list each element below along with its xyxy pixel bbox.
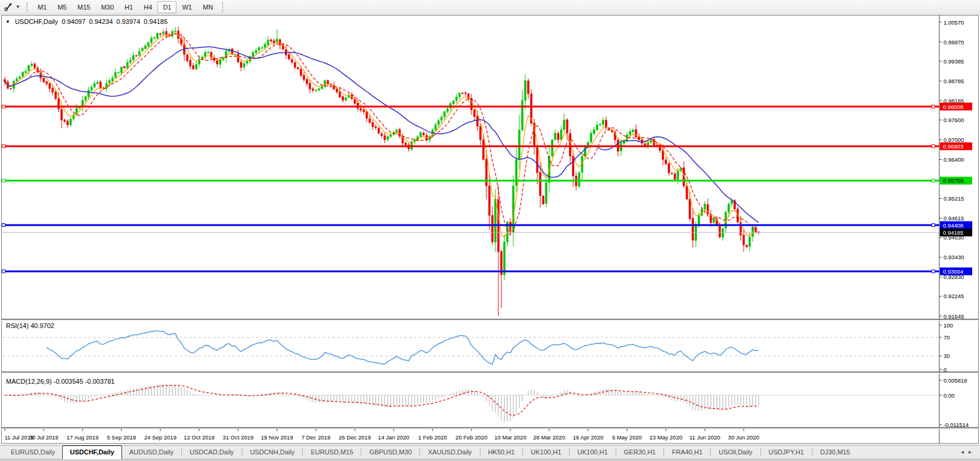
tab-usdjpy-h1[interactable]: USDJPY,H1 [762,446,811,459]
svg-text:0.98785: 0.98785 [944,78,964,84]
chart-symbol-label: USDCHF,Daily [15,18,58,25]
tab-usdcad-daily[interactable]: USDCAD,Daily [182,446,241,459]
tab-separator [480,448,480,456]
svg-text:0.94408: 0.94408 [943,222,963,229]
tab-audusd-daily[interactable]: AUDUSD,Daily [122,446,181,459]
svg-text:70: 70 [944,334,950,341]
svg-text:12 Oct 2019: 12 Oct 2019 [184,434,215,441]
svg-text:30 Jul 2019: 30 Jul 2019 [29,434,58,441]
svg-text:5 Sep 2019: 5 Sep 2019 [107,434,136,441]
chart-title: ▼ USDCHF,Daily 0.94097 0.94234 0.93974 0… [5,18,168,25]
svg-text:30: 30 [944,353,950,359]
svg-text:0.96400: 0.96400 [944,156,964,163]
svg-text:7 Dec 2019: 7 Dec 2019 [302,434,331,441]
svg-text:0.92245: 0.92245 [944,293,964,299]
ohlc-high-value: 0.94234 [89,18,113,25]
tab-gbpusd-m30[interactable]: GBPUSD,M30 [362,446,419,459]
svg-text:-0.011514: -0.011514 [944,421,969,428]
ohlc-open-value: 0.94097 [62,18,86,25]
svg-text:0.93004: 0.93004 [943,268,963,275]
tab-separator [616,448,616,456]
trading-platform-window: ▼ M1M5M15M30H1H4D1W1MN 1.005700.999700.9… [0,0,980,461]
tab-separator [812,448,812,456]
tab-scroll-arrows: ◂▸ [961,448,976,455]
tab-separator [569,448,570,456]
svg-text:0.005818: 0.005818 [944,377,967,384]
tab-scroll-right-icon[interactable]: ▸ [969,448,976,455]
svg-text:24 Sep 2019: 24 Sep 2019 [144,434,176,441]
tab-usdcnh-daily[interactable]: USDCNH,Daily [243,446,302,459]
rsi-indicator-label: RSI(14) 40.9702 [6,322,54,329]
svg-text:0.95215: 0.95215 [944,195,964,202]
svg-text:28 Mar 2020: 28 Mar 2020 [533,434,565,441]
tab-separator [522,448,523,456]
tab-usoil-daily[interactable]: USOil,Daily [711,446,759,459]
tab-usdchf-daily[interactable]: USDCHF,Daily [62,445,122,459]
svg-text:19 Nov 2019: 19 Nov 2019 [261,434,293,441]
tab-uk100-h1[interactable]: UK100,H1 [570,446,615,459]
chart-canvas[interactable]: 1.005700.999700.993850.987850.981850.976… [0,0,980,461]
svg-text:0.99970: 0.99970 [944,39,964,46]
svg-text:0.93430: 0.93430 [944,254,964,260]
svg-text:0.94615: 0.94615 [944,215,964,222]
svg-text:1.00570: 1.00570 [944,19,964,26]
tab-separator [181,448,182,456]
svg-text:16 Apr 2020: 16 Apr 2020 [573,434,603,441]
svg-text:0.91645: 0.91645 [944,313,964,320]
svg-text:30 Jun 2020: 30 Jun 2020 [728,434,759,441]
svg-text:0.99385: 0.99385 [944,58,964,65]
tab-separator [242,448,242,456]
svg-text:0.98008: 0.98008 [943,104,963,110]
svg-text:0: 0 [944,366,946,373]
svg-text:1 Feb 2020: 1 Feb 2020 [418,434,447,441]
svg-text:0.97600: 0.97600 [944,117,964,123]
tab-dj30-m15[interactable]: DJ30,M15 [813,446,857,459]
tab-separator [710,448,711,456]
svg-text:0.95758: 0.95758 [943,177,963,184]
svg-text:0.00: 0.00 [944,392,955,399]
tab-separator [419,448,420,456]
symbol-dropdown-icon[interactable]: ▼ [5,19,10,25]
svg-text:0.94185: 0.94185 [943,229,963,236]
tab-ger30-h1[interactable]: GER30,H1 [617,446,663,459]
tab-eurusd-daily[interactable]: EURUSD,Daily [4,446,62,459]
svg-text:17 Aug 2019: 17 Aug 2019 [66,434,98,441]
tab-xauusd-daily[interactable]: XAUUSD,Daily [421,446,479,459]
svg-text:23 May 2020: 23 May 2020 [650,434,683,441]
macd-indicator-label: MACD(12,26,9) -0.003545 -0.003781 [6,378,115,385]
ohlc-close-value: 0.94185 [144,18,168,25]
svg-text:31 Oct 2019: 31 Oct 2019 [223,434,254,441]
instrument-tabbar: EURUSD,DailyUSDCHF,DailyAUDUSD,DailyUSDC… [0,445,980,459]
tab-separator [302,448,303,456]
svg-text:14 Jan 2020: 14 Jan 2020 [378,434,409,441]
svg-text:0.96803: 0.96803 [943,143,963,150]
svg-text:100: 100 [944,322,953,329]
svg-text:0.97000: 0.97000 [944,137,964,143]
tab-separator [760,448,761,456]
tab-separator [361,448,361,456]
svg-text:10 Mar 2020: 10 Mar 2020 [494,434,526,441]
svg-text:26 Dec 2019: 26 Dec 2019 [339,434,371,441]
svg-text:5 May 2020: 5 May 2020 [612,434,642,441]
tab-uk100-h1[interactable]: UK100,H1 [524,446,568,459]
tab-separator [664,448,664,456]
ohlc-low-value: 0.93974 [117,18,141,25]
tab-hk50-h1[interactable]: HK50,H1 [481,446,522,459]
svg-text:20 Feb 2020: 20 Feb 2020 [455,434,487,441]
svg-text:11 Jun 2020: 11 Jun 2020 [689,434,720,441]
tab-eurusd-m15[interactable]: EURUSD,M15 [303,446,360,459]
status-strip [0,459,980,461]
tab-fra40-h1[interactable]: FRA40,H1 [665,446,710,459]
tab-scroll-left-icon[interactable]: ◂ [961,448,969,455]
